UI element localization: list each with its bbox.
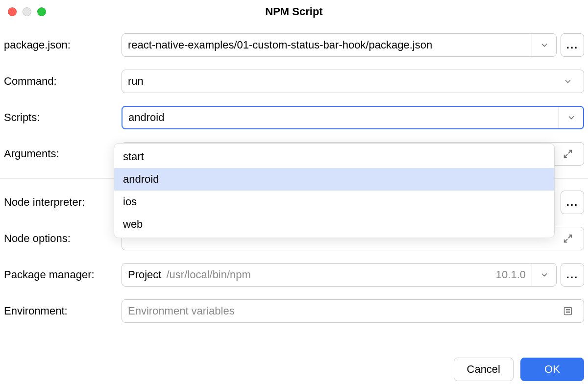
scripts-value: android — [128, 111, 555, 124]
label-package-manager: Package manager: — [4, 268, 118, 281]
svg-line-0 — [568, 150, 571, 153]
dropdown-item-web[interactable]: web — [114, 213, 554, 236]
package-manager-browse-button[interactable]: ... — [561, 263, 584, 287]
chevron-down-icon[interactable] — [558, 76, 578, 86]
row-environment: Environment: Environment variables — [4, 299, 584, 323]
package-json-browse-button[interactable]: ... — [561, 33, 584, 57]
dropdown-item-android[interactable]: android — [114, 168, 554, 191]
ellipsis-icon: ... — [566, 197, 578, 208]
chevron-down-icon[interactable] — [532, 34, 556, 56]
label-environment: Environment: — [4, 305, 118, 317]
dropdown-item-start[interactable]: start — [114, 145, 554, 168]
svg-line-3 — [564, 239, 567, 242]
command-value: run — [128, 75, 558, 88]
package-manager-version: 10.1.0 — [496, 268, 526, 281]
window-title: NPM Script — [0, 5, 588, 18]
node-interpreter-browse-button[interactable]: ... — [561, 191, 584, 214]
label-arguments: Arguments: — [4, 147, 118, 160]
expand-icon[interactable] — [558, 148, 578, 159]
dropdown-item-ios[interactable]: ios — [114, 191, 554, 213]
label-node-options: Node options: — [4, 232, 118, 245]
row-scripts: Scripts: android — [4, 106, 584, 129]
svg-line-1 — [564, 154, 567, 157]
package-manager-path: /usr/local/bin/npm — [166, 268, 495, 281]
environment-field[interactable]: Environment variables — [122, 299, 584, 323]
label-command: Command: — [4, 75, 118, 88]
ellipsis-icon: ... — [566, 40, 578, 50]
chevron-down-icon[interactable] — [532, 264, 556, 286]
row-package-manager: Package manager: Project /usr/local/bin/… — [4, 263, 584, 287]
command-field[interactable]: run — [122, 70, 584, 93]
titlebar: NPM Script — [0, 0, 588, 24]
scripts-dropdown: start android ios web — [114, 143, 555, 238]
label-scripts: Scripts: — [4, 111, 118, 124]
ellipsis-icon: ... — [566, 269, 578, 280]
cancel-button[interactable]: Cancel — [454, 358, 514, 381]
footer: Cancel OK — [454, 358, 584, 381]
row-package-json: package.json: react-native-examples/01-c… — [4, 33, 584, 57]
scripts-field[interactable]: android — [122, 106, 584, 129]
ok-button[interactable]: OK — [520, 358, 584, 381]
svg-line-2 — [568, 235, 571, 238]
row-command: Command: run — [4, 70, 584, 93]
package-json-value: react-native-examples/01-custom-status-b… — [128, 39, 528, 51]
label-package-json: package.json: — [4, 39, 118, 51]
list-icon[interactable] — [558, 306, 578, 316]
package-json-field[interactable]: react-native-examples/01-custom-status-b… — [122, 33, 557, 57]
package-manager-prefix: Project — [128, 268, 161, 281]
environment-placeholder: Environment variables — [128, 305, 558, 317]
package-manager-field[interactable]: Project /usr/local/bin/npm 10.1.0 — [122, 263, 557, 287]
expand-icon[interactable] — [558, 233, 578, 244]
label-node-interpreter: Node interpreter: — [4, 196, 118, 209]
chevron-down-icon[interactable] — [559, 107, 583, 128]
